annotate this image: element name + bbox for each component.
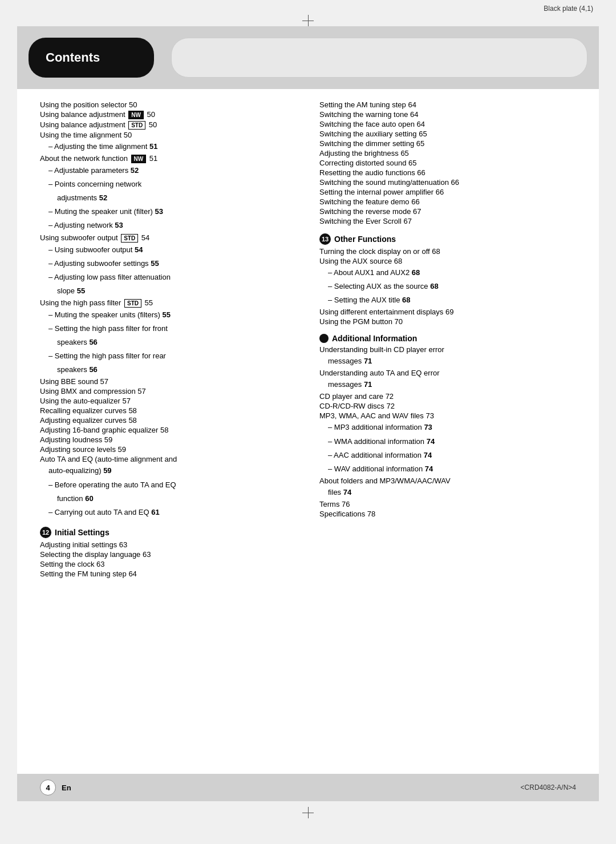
toc-text: – Adjustable parameters [48,166,128,175]
toc-page: 73 [425,411,433,420]
toc-text: Using BMX and compression [40,387,136,395]
toc-entry-adj-eq: Adjusting equalizer curves 58 [40,416,297,425]
toc-page: 74 [425,465,433,473]
toc-text: messages [328,357,362,365]
toc-entry-recalling-eq: Recalling equalizer curves 58 [40,406,297,415]
toc-entry-speakers-rear: speakers 56 [40,364,297,376]
toc-entry-bmx: Using BMX and compression 57 [40,387,297,395]
toc-page: 68 [412,268,420,277]
section-additional-header: Additional Information [319,334,576,343]
footer-bar: 4 En <CRD4082-A/N>4 [17,774,599,801]
toc-page: 64 [128,570,136,578]
toc-page: 76 [342,500,350,508]
toc-page: 58 [128,416,136,425]
toc-text: Adjusting the brightness [319,149,399,158]
toc-text: Switching the dimmer setting [319,139,414,148]
toc-entry-wav-add: – WAV additional information 74 [319,463,576,475]
toc-text: – WAV additional information [328,465,423,473]
toc-page: 55 [162,310,170,319]
std-badge3: STD [124,299,141,308]
nw-badge2: NW [131,155,147,163]
toc-text: Switching the reverse mode [319,207,411,216]
toc-page: 68 [432,247,440,256]
toc-text: Setting the internal power amplifier [319,188,433,196]
toc-text: – Using subwoofer output [48,245,132,254]
toc-text: Selecting the display language [40,550,140,559]
toc-entry-high-pass-rear: – Setting the high pass filter for rear [40,350,297,362]
toc-text: – Setting the high pass filter for rear [48,352,166,360]
toc-page: 51 [149,154,157,163]
toc-text: adjustments [57,193,97,202]
toc-entry-low-pass: – Adjusting low pass filter attenuation [40,271,297,284]
toc-text: Turning the clock display on or off [319,247,430,256]
toc-text: – Muting the speaker unit (filter) [48,207,153,216]
toc-text: – AAC additional information [328,451,422,459]
toc-text: Recalling equalizer curves [40,406,127,415]
toc-text: Adjusting 16-band graphic equalizer [40,426,158,434]
toc-text: Adjusting source levels [40,445,116,454]
toc-text: Using balance adjustment NW [40,110,145,119]
toc-text: slope [57,286,75,295]
toc-text: – Carrying out auto TA and EQ [48,508,149,516]
toc-page: 72 [387,402,395,410]
toc-page: 50 [149,120,157,129]
toc-page: 70 [395,317,403,326]
top-bar: Black plate (4,1) [0,0,616,15]
toc-page: 53 [115,221,123,229]
toc-entry-slope: slope 55 [40,285,297,297]
toc-text: – Setting the AUX title [328,296,400,304]
toc-text: CD-R/CD-RW discs [319,402,384,410]
toc-page: 68 [402,296,410,304]
toc-page: 63 [96,560,104,568]
toc-text: Terms [319,500,339,508]
top-crosshair [302,15,314,26]
toc-entry-am-tuning: Setting the AM tuning step 64 [319,100,576,109]
toc-text: Understanding auto TA and EQ error [319,369,440,377]
toc-entry-balance-std: Using balance adjustment STD 50 [40,120,297,130]
toc-text: Adjusting initial settings [40,540,117,549]
main-content: Using the position selector 50 Using bal… [17,89,599,774]
toc-text: Auto TA and EQ (auto-time alignment and [40,455,177,463]
toc-page: 50 [124,131,132,139]
bottom-crosshair-row [0,801,616,824]
toc-page: 55 [77,286,85,295]
toc-entry-network-function: About the network function NW 51 [40,154,297,163]
toc-entry-auto-equalizing: auto-equalizing) 59 [40,465,297,477]
toc-entry-auto-ta-messages: messages 71 [319,378,576,391]
toc-page: 67 [403,217,411,225]
right-column: Setting the AM tuning step 64 Switching … [319,100,576,579]
toc-entry-wma-add: – WMA additional information 74 [319,435,576,448]
toc-entry-auto-ta: Auto TA and EQ (auto-time alignment and [40,455,297,463]
header-section: Contents [17,26,599,89]
bottom-crosshair [302,807,314,818]
page-wrapper: Black plate (4,1) Contents Using the pos… [0,0,616,844]
toc-entry-adj-subwoofer: – Adjusting subwoofer settings 55 [40,257,297,270]
toc-entry-aux-title: – Setting the AUX title 68 [319,294,576,306]
toc-text: Switching the Ever Scroll [319,217,402,225]
toc-text: MP3, WMA, AAC and WAV files [319,411,424,420]
toc-page: 66 [436,188,444,196]
toc-text: – Adjusting low pass filter attenuation [48,273,171,281]
toc-entry-source-levels: Adjusting source levels 59 [40,445,297,454]
toc-text: Correcting distorted sound [319,159,406,167]
toc-entry-auto-eq: Using the auto-equalizer 57 [40,397,297,405]
toc-page: 68 [394,257,402,265]
toc-page: 69 [445,308,453,316]
toc-page: 73 [424,423,432,431]
toc-page: 60 [85,494,93,503]
toc-page: 68 [430,282,438,290]
toc-entry-muting-attenuation: Switching the sound muting/attenuation 6… [319,178,576,187]
toc-page: 53 [155,207,163,216]
toc-entry-high-pass-front: – Setting the high pass filter for front [40,322,297,335]
toc-text: Using the PGM button [319,317,392,326]
toc-page: 78 [367,510,375,518]
toc-page: 55 [145,298,153,307]
toc-entry-aac-add: – AAC additional information 74 [319,449,576,462]
footer-en: En [62,784,71,792]
toc-text: Using different entertainment displays [319,308,443,316]
toc-page: 65 [400,149,408,158]
toc-text: Setting the AM tuning step [319,100,406,109]
toc-page: 63 [143,550,151,559]
toc-entry-adj-initial: Adjusting initial settings 63 [40,540,297,549]
toc-entry-position-selector: Using the position selector 50 [40,100,297,109]
